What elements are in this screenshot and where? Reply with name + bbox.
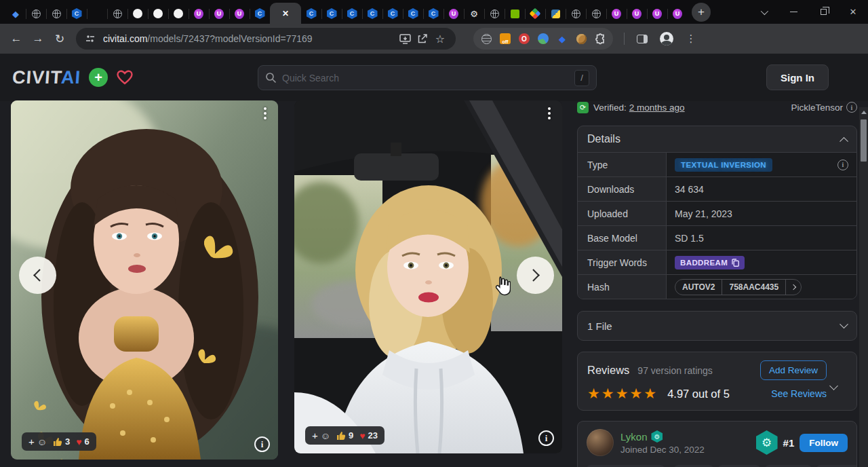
- minimize-button[interactable]: [778, 0, 808, 24]
- search-input[interactable]: [282, 73, 574, 83]
- verified-time-link[interactable]: 2 months ago: [629, 102, 685, 113]
- quick-search-box[interactable]: /: [258, 65, 597, 90]
- profile-avatar[interactable]: [656, 28, 677, 50]
- browser-tab[interactable]: [148, 3, 168, 24]
- side-panel-icon[interactable]: [631, 28, 653, 50]
- browser-tab[interactable]: [566, 3, 586, 24]
- creator-avatar[interactable]: [587, 429, 614, 456]
- add-review-button[interactable]: Add Review: [760, 360, 827, 380]
- github-favicon: [133, 9, 142, 18]
- follow-button[interactable]: Follow: [800, 434, 848, 452]
- see-reviews-link[interactable]: See Reviews: [771, 388, 827, 399]
- favorites-heart-icon[interactable]: [116, 69, 134, 86]
- page-scrollbar[interactable]: [859, 107, 868, 467]
- extensions-puzzle-icon[interactable]: [594, 33, 606, 45]
- site-info-icon[interactable]: [83, 31, 98, 46]
- type-badge[interactable]: TEXTUAL INVERSION: [675, 158, 772, 172]
- browser-tab[interactable]: [107, 3, 127, 24]
- share-icon[interactable]: [414, 30, 431, 48]
- browser-tab[interactable]: U: [627, 3, 647, 24]
- u-badge-favicon: U: [235, 9, 244, 19]
- browser-tab[interactable]: C: [321, 3, 342, 24]
- browser-tab[interactable]: C: [301, 3, 321, 24]
- file-panel: 1 File: [577, 311, 857, 341]
- carousel-prev-button[interactable]: [19, 257, 56, 294]
- browser-tab[interactable]: C: [66, 3, 87, 24]
- thumbs-up-reaction[interactable]: 3: [53, 436, 70, 447]
- file-format: PickleTensor i: [791, 102, 857, 113]
- forward-button[interactable]: →: [27, 28, 49, 50]
- browser-tab[interactable]: ◆: [5, 3, 26, 24]
- install-icon[interactable]: [396, 30, 414, 48]
- browser-tab[interactable]: C: [342, 3, 362, 24]
- browser-tab[interactable]: U: [189, 3, 209, 24]
- browser-tab[interactable]: U: [209, 3, 229, 24]
- browser-tab[interactable]: [586, 3, 606, 24]
- thumbs-up-reaction[interactable]: 9: [336, 430, 353, 441]
- creator-name-link[interactable]: Lykon: [620, 431, 647, 443]
- back-button[interactable]: ←: [5, 28, 27, 50]
- extension-cookie-icon[interactable]: [575, 33, 587, 45]
- browser-tab[interactable]: U: [647, 3, 667, 24]
- browser-tab[interactable]: U: [443, 3, 464, 24]
- browser-tab[interactable]: C: [250, 3, 270, 24]
- add-reaction-button[interactable]: +☺: [312, 430, 330, 441]
- browser-tab[interactable]: ✕: [270, 3, 301, 24]
- carousel-next-button[interactable]: [517, 257, 554, 294]
- detail-row-uploaded: Uploaded May 21, 2023: [578, 201, 856, 225]
- u-badge-favicon: U: [449, 9, 458, 19]
- details-header[interactable]: Details: [578, 126, 856, 152]
- globe-favicon: [52, 10, 61, 18]
- heart-reaction[interactable]: ♥23: [359, 430, 378, 441]
- extension-globe-icon[interactable]: [480, 33, 492, 45]
- civitai-logo[interactable]: CIVITAI: [12, 67, 81, 88]
- browser-tab[interactable]: U: [606, 3, 627, 24]
- page-content: CIVITAI + / Sign In: [0, 54, 868, 467]
- file-format-info-icon[interactable]: i: [846, 102, 857, 113]
- browser-tab[interactable]: [545, 3, 566, 24]
- site-header: CIVITAI + / Sign In: [0, 54, 868, 101]
- image-menu-kebab-2[interactable]: [543, 106, 555, 121]
- browser-tab[interactable]: ⚙: [464, 3, 484, 24]
- browser-tab[interactable]: C: [403, 3, 423, 24]
- browser-tab[interactable]: [505, 3, 525, 24]
- file-section-header[interactable]: 1 File: [578, 312, 856, 340]
- thumbs-up-icon: [53, 437, 62, 447]
- browser-tab[interactable]: U: [229, 3, 250, 24]
- reload-button[interactable]: ↻: [49, 28, 71, 50]
- image-info-icon-1[interactable]: i: [254, 436, 270, 452]
- extension-gem-icon[interactable]: ◆: [556, 33, 568, 45]
- scroll-up-arrow[interactable]: [861, 109, 867, 115]
- bookmark-star-icon[interactable]: ☆: [431, 30, 449, 48]
- image-menu-kebab-1[interactable]: [259, 106, 271, 121]
- browser-tab[interactable]: C: [423, 3, 443, 24]
- browser-tab[interactable]: [87, 3, 107, 24]
- browser-tab[interactable]: [168, 3, 189, 24]
- extension-off-icon[interactable]: off: [499, 33, 511, 45]
- extension-earth-icon[interactable]: [537, 33, 549, 45]
- scrollbar-thumb[interactable]: [861, 119, 867, 162]
- sign-in-button[interactable]: Sign In: [766, 64, 829, 90]
- browser-tab[interactable]: [46, 3, 66, 24]
- add-reaction-button[interactable]: +☺: [28, 436, 47, 447]
- browser-tab[interactable]: [127, 3, 148, 24]
- menu-kebab-icon[interactable]: ⋮: [680, 28, 702, 50]
- browser-tab[interactable]: C: [362, 3, 382, 24]
- trigger-word-badge[interactable]: BADDREAM: [675, 256, 745, 269]
- image-info-icon-2[interactable]: i: [538, 430, 554, 446]
- browser-tab[interactable]: [525, 3, 545, 24]
- hash-control[interactable]: AUTOV2 758AAC4435: [675, 279, 802, 295]
- browser-tab[interactable]: C: [382, 3, 403, 24]
- address-bar[interactable]: civitai.com/models/72437?modelVersionId=…: [76, 28, 456, 50]
- browser-tab[interactable]: [26, 3, 46, 24]
- new-tab-button[interactable]: +: [692, 3, 711, 22]
- browser-tab[interactable]: U: [667, 3, 688, 24]
- heart-reaction[interactable]: ♥6: [76, 436, 90, 447]
- close-button[interactable]: ✕: [838, 0, 868, 24]
- extension-o-icon[interactable]: O: [518, 33, 530, 45]
- browser-tab[interactable]: [484, 3, 505, 24]
- restore-button[interactable]: [808, 0, 838, 24]
- type-info-icon[interactable]: i: [837, 160, 848, 170]
- create-plus-button[interactable]: +: [89, 68, 108, 87]
- tab-search-icon[interactable]: [749, 0, 778, 24]
